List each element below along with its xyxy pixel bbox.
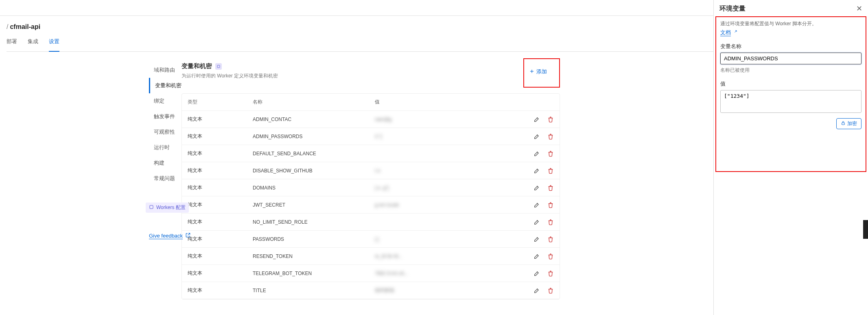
cell-type: 纯文本 xyxy=(188,287,253,294)
table-row: 纯文本ADMIN_PASSWORDS 3."] xyxy=(182,128,560,145)
cell-name: TITLE xyxy=(253,288,375,293)
cell-name: RESEND_TOKEN xyxy=(253,253,375,259)
sidebar-item-general[interactable]: 常规问题 xyxy=(149,171,218,186)
table-row: 纯文本DEFAULT_SEND_BALANCE xyxy=(182,145,560,162)
delete-button[interactable] xyxy=(547,270,554,277)
cell-value: [ e. g"] xyxy=(375,185,521,191)
delete-button[interactable] xyxy=(547,236,554,242)
edit-button[interactable] xyxy=(533,116,540,123)
feedback-label: Give feedback xyxy=(149,233,183,239)
give-feedback-link[interactable]: Give feedback xyxy=(149,232,191,239)
sidebar-item-runtime[interactable]: 运行时 xyxy=(149,140,218,155)
cell-name: DEFAULT_SEND_BALANCE xyxy=(253,151,375,156)
delete-button[interactable] xyxy=(547,202,554,208)
sidebar-item-triggers[interactable]: 触发事件 xyxy=(149,109,218,124)
external-link-icon xyxy=(185,232,191,239)
edit-button[interactable] xyxy=(533,150,540,157)
external-link-icon xyxy=(732,30,737,36)
tab-integrate[interactable]: 集成 xyxy=(28,38,38,51)
delete-button[interactable] xyxy=(547,133,554,140)
cell-value: nain@g xyxy=(375,117,521,122)
table-row: 纯文本RESEND_TOKENre_M 9n M... xyxy=(182,248,560,265)
delete-button[interactable] xyxy=(547,150,554,157)
table-row: 纯文本DOMAINS[ e. g"] xyxy=(182,179,560,196)
edit-button[interactable] xyxy=(533,219,540,225)
delete-button[interactable] xyxy=(547,253,554,260)
variables-table: 类型 名称 值 纯文本ADMIN_CONTACnain@g 纯文本ADMIN_P… xyxy=(181,93,560,300)
edit-button[interactable] xyxy=(533,253,540,260)
edit-button[interactable] xyxy=(533,270,540,277)
cell-name: ADMIN_CONTAC xyxy=(253,117,375,122)
cell-value: t e xyxy=(375,168,521,174)
variable-name-label: 变量名称 xyxy=(720,43,861,50)
svg-rect-6 xyxy=(842,123,845,125)
cell-value: 3."] xyxy=(375,134,521,139)
sidebar-item-build[interactable]: 构建 xyxy=(149,155,218,171)
delete-button[interactable] xyxy=(547,116,554,123)
workers-config-badge[interactable]: Workers 配置 xyxy=(146,203,189,213)
cell-name: DOMAINS xyxy=(253,185,375,191)
table-row: 纯文本JWT_SECRETg em tcode xyxy=(182,196,560,214)
lock-icon xyxy=(841,121,846,127)
encrypt-label: 加密 xyxy=(847,120,857,127)
drawer-close-button[interactable]: ✕ xyxy=(856,4,862,13)
delete-button[interactable] xyxy=(547,167,554,174)
edit-button[interactable] xyxy=(533,202,540,208)
cell-value: 7692 9:AA c6... xyxy=(375,271,521,276)
table-row: 纯文本NO_LIMIT_SEND_ROLE xyxy=(182,214,560,231)
close-icon: ✕ xyxy=(856,4,862,13)
col-header-value: 值 xyxy=(375,99,521,106)
table-row: 纯文本DISABLE_SHOW_GITHUBt e xyxy=(182,162,560,179)
cell-name: TELEGRAM_BOT_TOKEN xyxy=(253,271,375,276)
documentation-link[interactable]: 文档 xyxy=(720,29,737,36)
tab-settings[interactable]: 设置 xyxy=(49,38,59,51)
cell-type: 纯文本 xyxy=(188,253,253,260)
doc-link-label: 文档 xyxy=(720,29,731,36)
add-label: 添加 xyxy=(536,68,547,75)
delete-button[interactable] xyxy=(547,185,554,191)
edit-button[interactable] xyxy=(533,287,540,294)
cell-name: DISABLE_SHOW_GITHUB xyxy=(253,168,375,174)
cell-value: [ ] xyxy=(375,236,521,242)
sidebar-item-observability[interactable]: 可观察性 xyxy=(149,124,218,140)
delete-button[interactable] xyxy=(547,219,554,225)
edit-button[interactable] xyxy=(533,167,540,174)
workers-config-label: Workers 配置 xyxy=(156,204,186,211)
variable-name-error: 名称已被使用 xyxy=(720,67,861,74)
col-header-name: 名称 xyxy=(253,99,375,106)
svg-rect-2 xyxy=(150,205,153,209)
cell-name: PASSWORDS xyxy=(253,236,375,242)
delete-button[interactable] xyxy=(547,287,554,294)
drawer-description: 通过环境变量将配置值与 Worker 脚本分开。 xyxy=(720,20,861,27)
cell-value: 临时邮箱 xyxy=(375,287,521,294)
plus-icon xyxy=(529,68,535,75)
side-tab[interactable] xyxy=(863,220,868,239)
edit-button[interactable] xyxy=(533,133,540,140)
env-variable-drawer: 环境变量 ✕ 通过环境变量将配置值与 Worker 脚本分开。 文档 变量名称 … xyxy=(713,0,868,315)
sidebar-item-domains[interactable]: 域和路由 xyxy=(149,62,218,78)
sidebar-item-bindings[interactable]: 绑定 xyxy=(149,93,218,109)
drawer-title: 环境变量 xyxy=(719,4,746,13)
variable-value-input[interactable]: ["1234"] xyxy=(720,90,861,113)
breadcrumb-name: cfmail-api xyxy=(10,23,40,30)
table-row: 纯文本TITLE临时邮箱 xyxy=(182,282,560,299)
edit-button[interactable] xyxy=(533,236,540,242)
table-row: 纯文本PASSWORDS[ ] xyxy=(182,231,560,248)
variable-value-label: 值 xyxy=(720,80,861,88)
breadcrumb-slash: / xyxy=(7,23,8,30)
encrypt-button[interactable]: 加密 xyxy=(836,118,861,129)
cell-name: JWT_SECRET xyxy=(253,202,375,208)
cell-type: 纯文本 xyxy=(188,270,253,277)
cell-name: NO_LIMIT_SEND_ROLE xyxy=(253,219,375,225)
variable-name-input[interactable] xyxy=(720,53,861,64)
edit-button[interactable] xyxy=(533,185,540,191)
sidebar-item-variables[interactable]: 变量和机密 xyxy=(149,78,218,93)
cell-value: g em tcode xyxy=(375,202,521,208)
cell-value: re_M 9n M... xyxy=(375,253,521,259)
workers-icon xyxy=(149,205,154,211)
add-variable-button[interactable]: 添加 xyxy=(529,68,547,75)
cell-name: ADMIN_PASSWORDS xyxy=(253,134,375,139)
table-row: 纯文本ADMIN_CONTACnain@g xyxy=(182,111,560,128)
tab-deploy[interactable]: 部署 xyxy=(7,38,17,51)
table-row: 纯文本TELEGRAM_BOT_TOKEN7692 9:AA c6... xyxy=(182,265,560,282)
